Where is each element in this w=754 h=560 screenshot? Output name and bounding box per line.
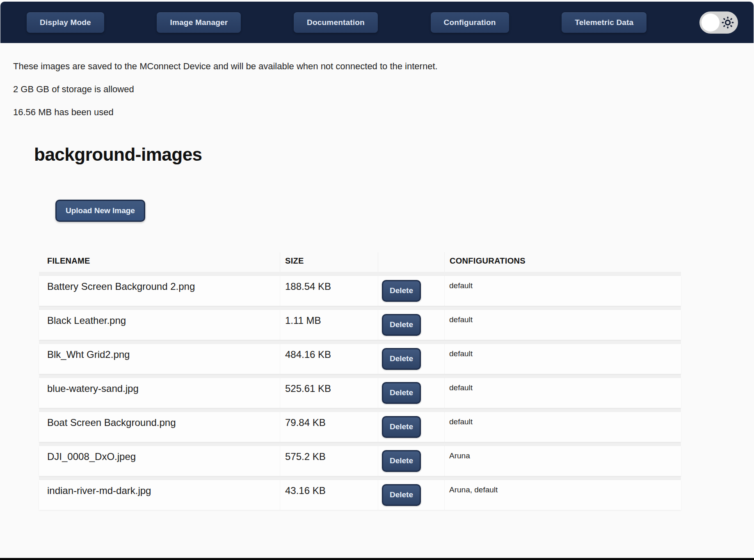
column-header-configurations: CONFIGURATIONS xyxy=(444,252,681,272)
nav-button-documentation[interactable]: Documentation xyxy=(294,12,378,33)
viewport-bottom-edge xyxy=(0,558,754,560)
table-row: indian-river-md-dark.jpg 43.16 KB Delete… xyxy=(39,480,681,510)
delete-button[interactable]: Delete xyxy=(382,348,421,370)
action-cell: Delete xyxy=(378,344,444,374)
filename-cell: Black Leather.png xyxy=(39,310,280,340)
upload-new-image-button[interactable]: Upload New Image xyxy=(55,200,145,222)
filename-cell: Blk_Wht Grid2.png xyxy=(39,344,280,374)
size-cell: 188.54 KB xyxy=(280,276,378,306)
filename-cell: blue-watery-sand.jpg xyxy=(39,378,280,408)
action-cell: Delete xyxy=(378,310,444,340)
table-row: DJI_0008_DxO.jpeg 575.2 KB Delete Aruna xyxy=(39,446,681,476)
storage-description: These images are saved to the MConnect D… xyxy=(13,61,741,72)
table-body: Battery Screen Background 2.png 188.54 K… xyxy=(39,272,681,510)
delete-button[interactable]: Delete xyxy=(382,314,421,336)
configurations-cell: default xyxy=(444,412,681,442)
action-cell: Delete xyxy=(378,276,444,306)
theme-toggle[interactable] xyxy=(699,11,738,34)
configurations-cell: default xyxy=(444,276,681,306)
configurations-cell: Aruna xyxy=(444,446,681,476)
storage-used-text: 16.56 MB has been used xyxy=(13,107,741,118)
configurations-cell: Aruna, default xyxy=(444,480,681,510)
nav-button-configuration[interactable]: Configuration xyxy=(431,12,509,33)
size-cell: 43.16 KB xyxy=(280,480,378,510)
nav-button-image-manager[interactable]: Image Manager xyxy=(157,12,241,33)
delete-button[interactable]: Delete xyxy=(382,382,421,404)
size-cell: 79.84 KB xyxy=(280,412,378,442)
action-cell: Delete xyxy=(378,412,444,442)
size-cell: 575.2 KB xyxy=(280,446,378,476)
filename-cell: indian-river-md-dark.jpg xyxy=(39,480,280,510)
configurations-cell: default xyxy=(444,310,681,340)
delete-button[interactable]: Delete xyxy=(382,280,421,302)
action-cell: Delete xyxy=(378,378,444,408)
table-row: Black Leather.png 1.11 MB Delete default xyxy=(39,310,681,340)
action-cell: Delete xyxy=(378,446,444,476)
configurations-cell: default xyxy=(444,378,681,408)
sun-icon xyxy=(721,16,734,29)
column-header-size: SIZE xyxy=(280,252,378,272)
action-cell: Delete xyxy=(378,480,444,510)
storage-allowed-text: 2 GB GB of storage is allowed xyxy=(13,84,741,95)
main-content: Saved Images These images are saved to t… xyxy=(0,23,754,510)
filename-cell: Battery Screen Background 2.png xyxy=(39,276,280,306)
top-navigation-bar: Display Mode Image Manager Documentation… xyxy=(0,2,754,43)
filename-cell: Boat Screen Background.png xyxy=(39,412,280,442)
table-row: Boat Screen Background.png 79.84 KB Dele… xyxy=(39,412,681,442)
delete-button[interactable]: Delete xyxy=(382,484,421,506)
size-cell: 525.61 KB xyxy=(280,378,378,408)
table-header-row: FILENAME SIZE CONFIGURATIONS xyxy=(39,252,681,272)
table-row: Blk_Wht Grid2.png 484.16 KB Delete defau… xyxy=(39,344,681,374)
delete-button[interactable]: Delete xyxy=(382,450,421,472)
section-title-background-images: background-images xyxy=(34,145,741,164)
table-row: blue-watery-sand.jpg 525.61 KB Delete de… xyxy=(39,378,681,408)
column-header-filename: FILENAME xyxy=(39,252,280,272)
nav-button-display-mode[interactable]: Display Mode xyxy=(27,12,104,33)
filename-cell: DJI_0008_DxO.jpeg xyxy=(39,446,280,476)
size-cell: 1.11 MB xyxy=(280,310,378,340)
column-header-actions xyxy=(378,252,444,272)
table-row: Battery Screen Background 2.png 188.54 K… xyxy=(39,276,681,306)
configurations-cell: default xyxy=(444,344,681,374)
toggle-knob xyxy=(701,14,720,32)
size-cell: 484.16 KB xyxy=(280,344,378,374)
nav-button-telemetric-data[interactable]: Telemetric Data xyxy=(562,12,647,33)
saved-images-table: FILENAME SIZE CONFIGURATIONS Battery Scr… xyxy=(39,252,681,510)
delete-button[interactable]: Delete xyxy=(382,416,421,438)
